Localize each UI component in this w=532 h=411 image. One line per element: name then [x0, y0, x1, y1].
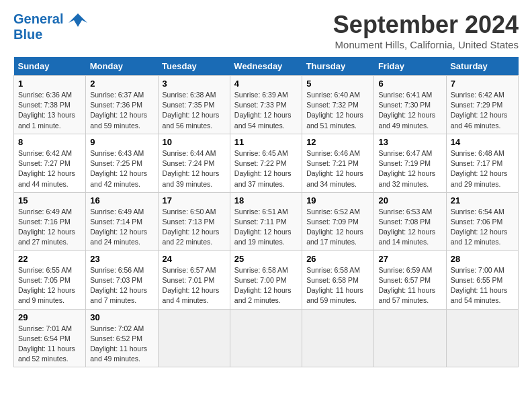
day-number: 12: [306, 137, 369, 147]
day-info: Sunrise: 6:57 AM Sunset: 7:01 PM Dayligh…: [163, 265, 226, 306]
calendar-cell: 16Sunrise: 6:49 AM Sunset: 7:14 PM Dayli…: [86, 192, 158, 250]
day-info: Sunrise: 6:40 AM Sunset: 7:32 PM Dayligh…: [306, 90, 369, 131]
day-number: 10: [163, 137, 226, 147]
calendar-week-row: 1Sunrise: 6:36 AM Sunset: 7:38 PM Daylig…: [14, 76, 519, 134]
day-number: 24: [163, 254, 226, 264]
day-info: Sunrise: 6:53 AM Sunset: 7:08 PM Dayligh…: [378, 207, 441, 248]
day-info: Sunrise: 6:43 AM Sunset: 7:25 PM Dayligh…: [90, 148, 153, 189]
day-info: Sunrise: 6:47 AM Sunset: 7:19 PM Dayligh…: [378, 148, 441, 189]
day-info: Sunrise: 6:55 AM Sunset: 7:05 PM Dayligh…: [18, 265, 81, 306]
calendar-cell: 13Sunrise: 6:47 AM Sunset: 7:19 PM Dayli…: [374, 134, 446, 192]
calendar-cell: [302, 309, 374, 367]
calendar-cell: 14Sunrise: 6:48 AM Sunset: 7:17 PM Dayli…: [446, 134, 518, 192]
calendar-cell: 6Sunrise: 6:41 AM Sunset: 7:30 PM Daylig…: [374, 76, 446, 134]
calendar-cell: 3Sunrise: 6:38 AM Sunset: 7:35 PM Daylig…: [158, 76, 230, 134]
day-info: Sunrise: 6:54 AM Sunset: 7:06 PM Dayligh…: [451, 207, 514, 248]
calendar-cell: 5Sunrise: 6:40 AM Sunset: 7:32 PM Daylig…: [302, 76, 374, 134]
logo-general: General: [13, 11, 63, 26]
calendar-cell: 12Sunrise: 6:46 AM Sunset: 7:21 PM Dayli…: [302, 134, 374, 192]
weekday-header: Saturday: [446, 57, 518, 76]
day-info: Sunrise: 6:36 AM Sunset: 7:38 PM Dayligh…: [18, 90, 81, 131]
day-info: Sunrise: 6:44 AM Sunset: 7:24 PM Dayligh…: [163, 148, 226, 189]
day-info: Sunrise: 7:02 AM Sunset: 6:52 PM Dayligh…: [90, 324, 153, 365]
day-number: 30: [90, 312, 153, 322]
calendar-cell: [374, 309, 446, 367]
day-number: 20: [378, 195, 441, 205]
svg-marker-0: [69, 13, 87, 27]
day-number: 17: [163, 195, 226, 205]
day-number: 13: [378, 137, 441, 147]
calendar-cell: 9Sunrise: 6:43 AM Sunset: 7:25 PM Daylig…: [86, 134, 158, 192]
weekday-header: Friday: [374, 57, 446, 76]
day-info: Sunrise: 6:37 AM Sunset: 7:36 PM Dayligh…: [90, 90, 153, 131]
calendar-header: SundayMondayTuesdayWednesdayThursdayFrid…: [14, 57, 519, 76]
day-number: 19: [306, 195, 369, 205]
weekday-header: Monday: [86, 57, 158, 76]
calendar-table: SundayMondayTuesdayWednesdayThursdayFrid…: [13, 57, 519, 367]
day-number: 9: [90, 137, 153, 147]
day-info: Sunrise: 7:00 AM Sunset: 6:55 PM Dayligh…: [451, 265, 514, 306]
day-number: 6: [378, 79, 441, 89]
day-number: 23: [90, 254, 153, 264]
day-info: Sunrise: 6:46 AM Sunset: 7:21 PM Dayligh…: [306, 148, 369, 189]
calendar-week-row: 8Sunrise: 6:42 AM Sunset: 7:27 PM Daylig…: [14, 134, 519, 192]
calendar-cell: 8Sunrise: 6:42 AM Sunset: 7:27 PM Daylig…: [14, 134, 86, 192]
calendar-cell: [158, 309, 230, 367]
calendar-cell: [230, 309, 302, 367]
day-info: Sunrise: 6:49 AM Sunset: 7:14 PM Dayligh…: [90, 207, 153, 248]
calendar-cell: 24Sunrise: 6:57 AM Sunset: 7:01 PM Dayli…: [158, 250, 230, 309]
day-number: 11: [234, 137, 298, 147]
calendar-cell: 27Sunrise: 6:59 AM Sunset: 6:57 PM Dayli…: [374, 250, 446, 309]
calendar-cell: 22Sunrise: 6:55 AM Sunset: 7:05 PM Dayli…: [14, 250, 86, 309]
weekday-header: Wednesday: [230, 57, 302, 76]
day-info: Sunrise: 6:41 AM Sunset: 7:30 PM Dayligh…: [378, 90, 441, 131]
day-number: 16: [90, 195, 153, 205]
calendar-cell: 25Sunrise: 6:58 AM Sunset: 7:00 PM Dayli…: [230, 250, 302, 309]
calendar-cell: 29Sunrise: 7:01 AM Sunset: 6:54 PM Dayli…: [14, 309, 86, 367]
page-header: General Blue September 2024 Monument Hil…: [13, 11, 519, 50]
day-number: 22: [18, 254, 81, 264]
day-info: Sunrise: 6:56 AM Sunset: 7:03 PM Dayligh…: [90, 265, 153, 306]
weekday-header: Thursday: [302, 57, 374, 76]
month-title: September 2024: [333, 11, 519, 39]
calendar-cell: 11Sunrise: 6:45 AM Sunset: 7:22 PM Dayli…: [230, 134, 302, 192]
calendar-cell: 30Sunrise: 7:02 AM Sunset: 6:52 PM Dayli…: [86, 309, 158, 367]
logo-bird-icon: [69, 11, 87, 30]
weekday-header: Sunday: [14, 57, 86, 76]
calendar-cell: 26Sunrise: 6:58 AM Sunset: 6:58 PM Dayli…: [302, 250, 374, 309]
calendar-cell: 19Sunrise: 6:52 AM Sunset: 7:09 PM Dayli…: [302, 192, 374, 250]
day-info: Sunrise: 6:50 AM Sunset: 7:13 PM Dayligh…: [163, 207, 226, 248]
title-block: September 2024 Monument Hills, Californi…: [333, 11, 519, 50]
day-number: 15: [18, 195, 81, 205]
day-info: Sunrise: 6:42 AM Sunset: 7:27 PM Dayligh…: [18, 148, 81, 189]
day-info: Sunrise: 6:58 AM Sunset: 7:00 PM Dayligh…: [234, 265, 298, 306]
day-number: 1: [18, 79, 81, 89]
weekday-header: Tuesday: [158, 57, 230, 76]
calendar-cell: 4Sunrise: 6:39 AM Sunset: 7:33 PM Daylig…: [230, 76, 302, 134]
day-number: 5: [306, 79, 369, 89]
day-number: 28: [451, 254, 514, 264]
calendar-week-row: 22Sunrise: 6:55 AM Sunset: 7:05 PM Dayli…: [14, 250, 519, 309]
logo: General Blue: [13, 11, 87, 42]
calendar-cell: 15Sunrise: 6:49 AM Sunset: 7:16 PM Dayli…: [14, 192, 86, 250]
day-info: Sunrise: 6:58 AM Sunset: 6:58 PM Dayligh…: [306, 265, 369, 306]
calendar-week-row: 29Sunrise: 7:01 AM Sunset: 6:54 PM Dayli…: [14, 309, 519, 367]
day-number: 26: [306, 254, 369, 264]
day-number: 7: [451, 79, 514, 89]
day-number: 2: [90, 79, 153, 89]
day-number: 8: [18, 137, 81, 147]
day-info: Sunrise: 7:01 AM Sunset: 6:54 PM Dayligh…: [18, 324, 81, 365]
day-number: 25: [234, 254, 298, 264]
day-number: 29: [18, 312, 81, 322]
day-info: Sunrise: 6:49 AM Sunset: 7:16 PM Dayligh…: [18, 207, 81, 248]
calendar-cell: 10Sunrise: 6:44 AM Sunset: 7:24 PM Dayli…: [158, 134, 230, 192]
calendar-cell: 28Sunrise: 7:00 AM Sunset: 6:55 PM Dayli…: [446, 250, 518, 309]
day-number: 21: [451, 195, 514, 205]
calendar-cell: 23Sunrise: 6:56 AM Sunset: 7:03 PM Dayli…: [86, 250, 158, 309]
calendar-week-row: 15Sunrise: 6:49 AM Sunset: 7:16 PM Dayli…: [14, 192, 519, 250]
calendar-cell: 1Sunrise: 6:36 AM Sunset: 7:38 PM Daylig…: [14, 76, 86, 134]
day-info: Sunrise: 6:48 AM Sunset: 7:17 PM Dayligh…: [451, 148, 514, 189]
day-info: Sunrise: 6:38 AM Sunset: 7:35 PM Dayligh…: [163, 90, 226, 131]
calendar-cell: [446, 309, 518, 367]
day-number: 4: [234, 79, 298, 89]
